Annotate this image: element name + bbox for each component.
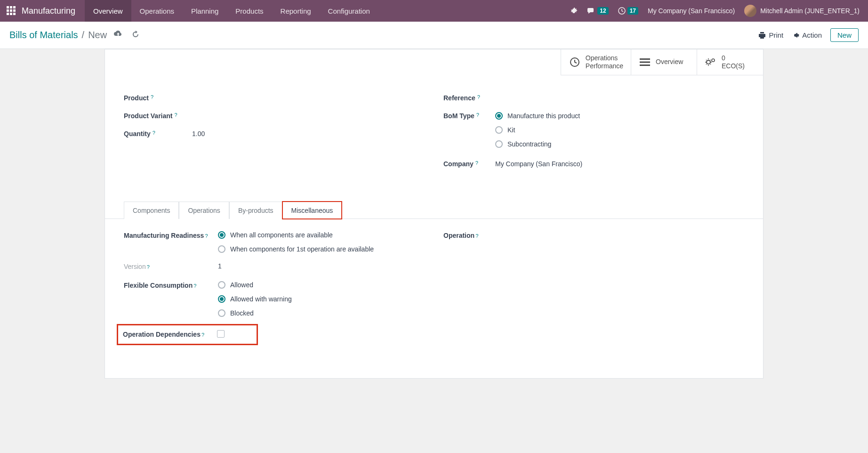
- user-name: Mitchell Admin (JUNE_ENTER_1): [760, 7, 860, 15]
- version-label: Version: [124, 263, 146, 270]
- breadcrumb-sep: /: [82, 30, 85, 40]
- nav-products[interactable]: Products: [227, 0, 272, 22]
- discard-icon[interactable]: [131, 30, 140, 40]
- stat-operations-performance[interactable]: Operations Performance: [561, 49, 631, 75]
- top-navbar: Manufacturing Overview Operations Planni…: [0, 0, 868, 22]
- print-button[interactable]: Print: [758, 31, 783, 39]
- form-scroll-area[interactable]: Operations Performance Overview 0 ECO(S): [0, 49, 868, 453]
- help-icon[interactable]: ?: [476, 112, 479, 118]
- help-icon[interactable]: ?: [477, 94, 480, 100]
- flex-allowed-warning[interactable]: Allowed with warning: [218, 295, 425, 303]
- nav-overview[interactable]: Overview: [85, 0, 131, 22]
- help-icon[interactable]: ?: [174, 112, 177, 118]
- svg-rect-4: [640, 65, 650, 66]
- control-bar: Bills of Materials / New Print Action Ne…: [0, 22, 868, 49]
- product-label: Product: [124, 94, 149, 102]
- svg-rect-3: [640, 61, 650, 63]
- svg-point-6: [712, 59, 715, 62]
- help-icon[interactable]: ?: [193, 283, 196, 289]
- company-selector[interactable]: My Company (San Francisco): [643, 0, 739, 22]
- readiness-label: Manufacturing Readiness: [124, 232, 204, 239]
- help-icon[interactable]: ?: [151, 94, 153, 100]
- tab-components[interactable]: Components: [124, 202, 179, 219]
- tab-operations[interactable]: Operations: [179, 202, 229, 219]
- svg-rect-2: [640, 58, 650, 60]
- company-label: Company: [443, 160, 474, 168]
- help-icon[interactable]: ?: [153, 130, 155, 136]
- stat-buttons: Operations Performance Overview 0 ECO(S): [561, 49, 763, 75]
- form-tabs: Components Operations By-products Miscel…: [105, 202, 763, 219]
- bars-icon: [639, 58, 651, 66]
- readiness-all-components[interactable]: When all components are available: [218, 231, 425, 239]
- product-variant-label: Product Variant: [124, 112, 172, 120]
- app-brand[interactable]: Manufacturing: [22, 6, 75, 16]
- company-field[interactable]: My Company (San Francisco): [495, 160, 744, 168]
- avatar: [744, 5, 756, 17]
- cloud-unsaved-icon[interactable]: [113, 30, 123, 40]
- messages-icon[interactable]: 12: [582, 0, 613, 22]
- quantity-label: Quantity: [124, 130, 151, 138]
- readiness-radio-group: When all components are available When c…: [218, 231, 425, 253]
- activities-icon[interactable]: 17: [613, 0, 643, 22]
- reference-label: Reference: [443, 94, 475, 102]
- breadcrumb-root[interactable]: Bills of Materials: [9, 30, 78, 40]
- tab-byproducts[interactable]: By-products: [229, 202, 282, 219]
- form-sheet: Operations Performance Overview 0 ECO(S): [104, 49, 764, 379]
- nav-operations[interactable]: Operations: [131, 0, 183, 22]
- breadcrumb-current: New: [88, 30, 107, 40]
- new-button[interactable]: New: [830, 28, 859, 42]
- readiness-first-operation[interactable]: When components for 1st operation are av…: [218, 245, 425, 253]
- opdeps-label: Operation Dependencies: [123, 331, 201, 338]
- tab-miscellaneous[interactable]: Miscellaneous: [282, 202, 342, 219]
- messages-badge: 12: [597, 7, 608, 15]
- stat-ecos[interactable]: 0 ECO(S): [697, 49, 763, 75]
- action-button[interactable]: Action: [792, 31, 822, 39]
- bom-type-label: BoM Type: [443, 112, 474, 120]
- help-icon[interactable]: ?: [475, 160, 478, 166]
- stat-overview[interactable]: Overview: [631, 49, 697, 75]
- flex-radio-group: Allowed Allowed with warning Blocked: [218, 281, 425, 317]
- tab-content-misc: Manufacturing Readiness? When all compon…: [105, 219, 763, 355]
- bom-type-subcontracting[interactable]: Subcontracting: [495, 140, 744, 148]
- nav-reporting[interactable]: Reporting: [272, 0, 320, 22]
- breadcrumb: Bills of Materials / New: [9, 30, 107, 40]
- bom-type-radio-group: Manufacture this product Kit Subcontract…: [495, 112, 744, 148]
- svg-point-5: [707, 60, 710, 64]
- version-value: 1: [218, 262, 425, 270]
- help-icon[interactable]: ?: [201, 332, 204, 338]
- nav-configuration[interactable]: Configuration: [320, 0, 378, 22]
- opdeps-checkbox[interactable]: [217, 330, 225, 338]
- gears-icon: [705, 57, 717, 67]
- clock-icon: [569, 57, 581, 68]
- user-menu[interactable]: Mitchell Admin (JUNE_ENTER_1): [739, 0, 864, 22]
- flex-allowed[interactable]: Allowed: [218, 281, 425, 289]
- quantity-field[interactable]: 1.00: [192, 130, 425, 138]
- help-icon[interactable]: ?: [475, 233, 478, 239]
- operation-dependencies-highlight: Operation Dependencies?: [119, 326, 256, 343]
- flex-label: Flexible Consumption: [124, 282, 193, 289]
- nav-planning[interactable]: Planning: [183, 0, 227, 22]
- debug-icon[interactable]: [565, 0, 582, 22]
- bom-type-kit[interactable]: Kit: [495, 126, 744, 134]
- activities-badge: 17: [627, 7, 638, 15]
- operation-label: Operation: [443, 232, 474, 239]
- flex-blocked[interactable]: Blocked: [218, 309, 425, 317]
- help-icon[interactable]: ?: [147, 264, 150, 270]
- help-icon[interactable]: ?: [205, 233, 208, 239]
- bom-type-manufacture[interactable]: Manufacture this product: [495, 112, 744, 120]
- apps-icon[interactable]: [7, 6, 16, 16]
